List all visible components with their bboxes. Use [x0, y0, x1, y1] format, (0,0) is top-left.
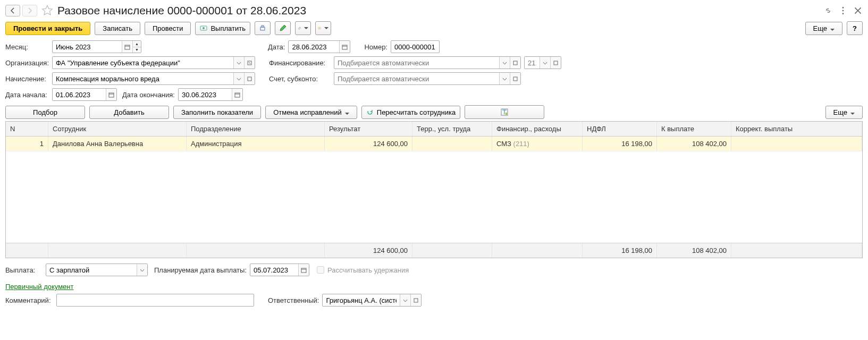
open-icon[interactable] — [510, 73, 520, 84]
dropdown-icon[interactable] — [233, 57, 244, 69]
col-correction[interactable]: Коррект. выплаты — [731, 122, 862, 136]
financing-input[interactable] — [334, 56, 521, 69]
col-department[interactable]: Подразделение — [187, 122, 325, 136]
start-date-input[interactable] — [52, 88, 117, 101]
table-row[interactable]: 1 Данилова Анна Валерьевна Администрация… — [6, 137, 862, 151]
nav-back-button[interactable] — [5, 5, 20, 16]
calc-deductions-label: Рассчитывать удержания — [327, 266, 409, 274]
calendar-icon[interactable] — [298, 264, 309, 276]
svg-rect-12 — [513, 61, 517, 65]
add-button[interactable]: Добавить — [89, 106, 169, 119]
cancel-corrections-button[interactable]: Отмена исправлений — [265, 106, 357, 119]
date-input[interactable] — [288, 40, 350, 53]
cell-employee: Данилова Анна Валерьевна — [48, 137, 187, 151]
pen-button[interactable] — [275, 21, 291, 35]
account-input[interactable] — [334, 72, 521, 85]
accrual-input[interactable] — [52, 72, 255, 85]
cell-department: Администрация — [187, 137, 325, 151]
pay-mode-input[interactable] — [46, 264, 148, 276]
svg-rect-15 — [513, 77, 517, 81]
pay-mode-label: Выплата: — [5, 266, 43, 274]
post-button[interactable]: Провести — [145, 22, 191, 35]
calendar-icon[interactable] — [122, 41, 132, 53]
employees-grid: N Сотрудник Подразделение Результат Терр… — [5, 121, 863, 258]
col-payout[interactable]: К выплате — [657, 122, 731, 136]
calc-deductions-checkbox — [317, 266, 324, 274]
comment-label: Комментарий: — [5, 296, 53, 304]
date-label: Дата: — [268, 43, 285, 51]
responsible-label: Ответственный: — [268, 296, 319, 304]
open-icon[interactable] — [510, 57, 520, 69]
dropdown-icon[interactable] — [540, 57, 550, 69]
pay-button[interactable]: Выплатить — [195, 22, 250, 35]
calendar-icon[interactable] — [232, 89, 242, 100]
more-button[interactable]: Еще — [805, 22, 842, 35]
open-icon[interactable] — [550, 57, 561, 69]
month-label: Месяц: — [5, 43, 49, 51]
comment-input[interactable] — [56, 294, 254, 307]
total-payout: 108 402,00 — [657, 243, 731, 258]
grid-more-button[interactable]: Еще — [825, 106, 863, 119]
gear-button[interactable] — [315, 21, 331, 35]
dropdown-icon[interactable] — [499, 73, 510, 84]
save-button[interactable]: Записать — [95, 22, 140, 35]
col-ndfl[interactable]: НДФЛ — [583, 122, 657, 136]
col-employee[interactable]: Сотрудник — [48, 122, 187, 136]
fill-indicators-button[interactable]: Заполнить показатели — [173, 106, 261, 119]
col-territory[interactable]: Терр., усл. труда — [412, 122, 492, 136]
attach-button[interactable] — [295, 21, 311, 35]
col-financing[interactable]: Финансир., расходы — [492, 122, 583, 136]
open-icon[interactable] — [244, 73, 255, 84]
close-icon[interactable] — [853, 6, 863, 15]
svg-rect-6 — [262, 26, 264, 27]
help-button[interactable]: ? — [847, 21, 863, 35]
month-input[interactable]: ▲▼ — [52, 40, 141, 53]
nav-forward-button[interactable] — [22, 5, 37, 16]
svg-rect-21 — [414, 299, 418, 302]
number-label: Номер: — [364, 43, 387, 51]
calendar-icon[interactable] — [339, 41, 350, 53]
recalc-employee-button[interactable]: Пересчитать сотрудника — [361, 106, 460, 119]
dropdown-icon[interactable] — [137, 264, 147, 276]
dropdown-icon[interactable] — [233, 73, 244, 84]
number-input[interactable] — [391, 40, 440, 53]
kebab-icon[interactable] — [838, 6, 848, 15]
calendar-icon[interactable] — [106, 89, 116, 100]
plan-date-input[interactable] — [250, 264, 309, 276]
account-label: Счет, субконто: — [269, 75, 331, 83]
start-date-label: Дата начала: — [5, 91, 49, 99]
post-and-close-button[interactable]: Провести и закрыть — [5, 22, 90, 35]
primary-document-link[interactable]: Первичный документ — [5, 283, 73, 291]
print-button[interactable] — [255, 21, 271, 35]
org-input[interactable] — [52, 56, 255, 69]
end-date-input[interactable] — [178, 88, 243, 101]
total-ndfl: 16 198,00 — [583, 243, 657, 258]
open-icon[interactable] — [410, 294, 421, 306]
dropdown-icon[interactable] — [499, 57, 510, 69]
total-result: 124 600,00 — [325, 243, 412, 258]
money-icon — [200, 24, 207, 32]
svg-point-4 — [203, 27, 205, 29]
cell-ndfl: 16 198,00 — [583, 137, 657, 151]
col-result[interactable]: Результат — [325, 122, 412, 136]
cell-result: 124 600,00 — [325, 137, 412, 151]
cell-territory — [412, 137, 492, 151]
month-up-icon[interactable]: ▲ — [133, 41, 141, 47]
select-button[interactable]: Подбор — [5, 106, 85, 119]
col-n[interactable]: N — [6, 122, 48, 136]
svg-rect-10 — [342, 45, 347, 49]
link-icon[interactable] — [823, 6, 833, 15]
kosgu-input[interactable] — [524, 56, 561, 69]
cell-correction — [731, 137, 862, 151]
svg-point-2 — [842, 13, 844, 14]
open-icon[interactable] — [244, 57, 255, 69]
responsible-input[interactable] — [322, 294, 422, 307]
svg-rect-20 — [301, 268, 306, 273]
dropdown-icon[interactable] — [400, 294, 410, 306]
accrual-label: Начисление: — [5, 75, 49, 83]
svg-rect-5 — [260, 27, 265, 30]
favorite-star-icon[interactable] — [41, 5, 53, 16]
refresh-icon — [366, 108, 374, 116]
t-button[interactable] — [465, 105, 544, 119]
month-down-icon[interactable]: ▼ — [133, 47, 141, 53]
